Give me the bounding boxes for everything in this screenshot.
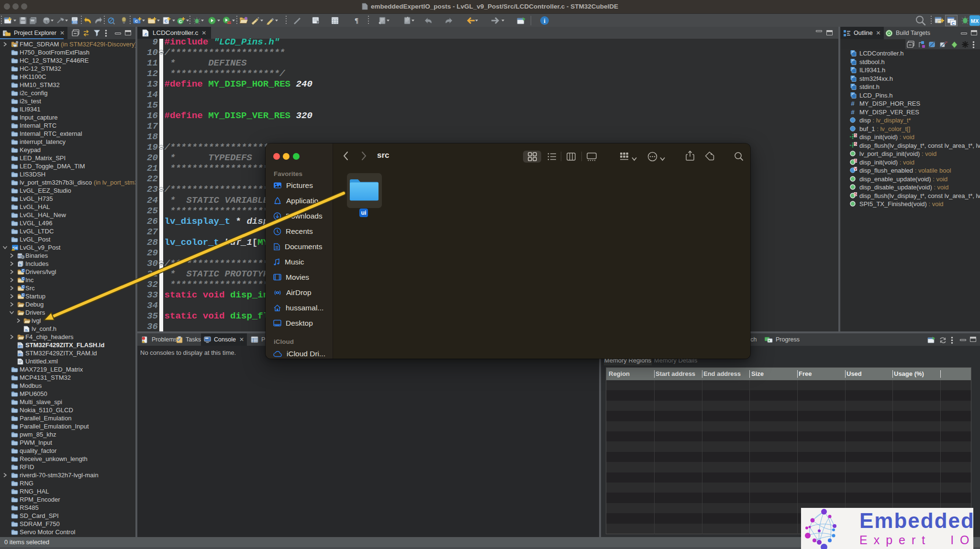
svg-text:C: C [22,269,24,272]
svg-text:S: S [854,159,857,163]
svg-text:010: 010 [72,21,77,23]
svg-text:LD: LD [19,353,22,356]
svg-text:#: # [851,100,855,107]
svg-text:h: h [19,263,22,267]
svg-text:C: C [135,19,138,23]
svg-text:#: # [851,109,855,115]
svg-text:C: C [952,21,955,25]
svg-text:S: S [854,133,857,138]
svg-text:S: S [854,142,857,146]
svg-text:LD: LD [19,345,22,348]
svg-text:C: C [22,277,24,280]
svg-text:C: C [22,293,24,296]
svg-text:S: S [854,192,857,197]
svg-text:C: C [22,285,24,288]
svg-text:!: ! [13,248,14,251]
svg-text:.c: .c [144,31,147,36]
svg-text:i: i [544,17,546,24]
svg-text:V: V [854,167,857,171]
svg-text:MX: MX [971,18,979,24]
svg-text:C: C [179,19,182,24]
svg-text:h: h [25,328,28,332]
